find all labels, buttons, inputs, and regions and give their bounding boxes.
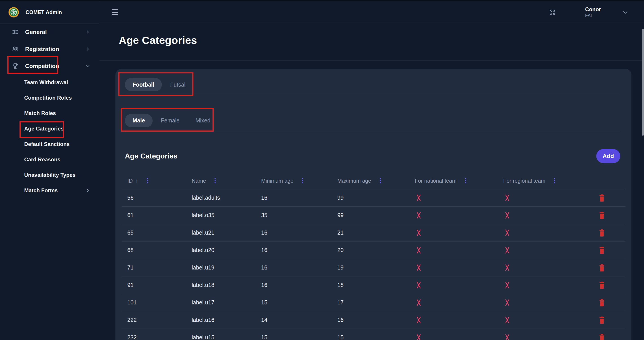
column-header-minimum-age[interactable]: Minimum age bbox=[261, 177, 337, 184]
delete-row-button[interactable] bbox=[598, 229, 605, 237]
cell-minimum-age: 16 bbox=[261, 247, 337, 253]
column-header-id[interactable]: ID ↑ bbox=[127, 177, 192, 184]
cell-maximum-age: 19 bbox=[337, 264, 415, 271]
sidebar-item-match-forms[interactable]: Match Forms bbox=[0, 183, 99, 198]
tab-male[interactable]: Male bbox=[125, 114, 153, 127]
false-x-icon bbox=[504, 212, 510, 219]
cell-name: label.u16 bbox=[192, 317, 261, 323]
cell-id: 68 bbox=[127, 247, 192, 253]
false-x-icon bbox=[504, 282, 510, 289]
delete-row-button[interactable] bbox=[598, 194, 605, 202]
tab-football[interactable]: Football bbox=[125, 78, 162, 91]
column-menu-icon[interactable] bbox=[214, 177, 216, 184]
delete-row-button[interactable] bbox=[598, 281, 605, 289]
cell-for-national-team bbox=[415, 317, 503, 324]
cell-for-regional-team bbox=[503, 282, 598, 289]
table-row[interactable]: 232 label.u15 15 15 bbox=[122, 329, 626, 340]
cell-for-national-team bbox=[415, 229, 503, 236]
column-menu-icon[interactable] bbox=[301, 177, 304, 184]
cell-name: label.u21 bbox=[192, 229, 261, 236]
table-row[interactable]: 61 label.o35 35 99 bbox=[122, 207, 626, 224]
table-row[interactable]: 68 label.u20 16 20 bbox=[122, 241, 626, 259]
sidebar-nav: General Registration bbox=[0, 23, 99, 198]
tab-female[interactable]: Female bbox=[153, 114, 187, 127]
sidebar-item-unavailability-types[interactable]: Unavailability Types bbox=[0, 167, 99, 183]
table-row[interactable]: 222 label.u16 14 16 bbox=[122, 311, 626, 329]
sidebar-subitem-label: Team Withdrawal bbox=[24, 79, 68, 86]
sidebar-subitem-label: Competition Roles bbox=[24, 95, 72, 101]
delete-row-button[interactable] bbox=[598, 211, 605, 219]
column-menu-icon[interactable] bbox=[379, 177, 382, 184]
tab-futsal[interactable]: Futsal bbox=[162, 78, 193, 91]
cell-for-national-team bbox=[415, 264, 503, 271]
sidebar-item-registration[interactable]: Registration bbox=[0, 40, 99, 57]
table-row[interactable]: 65 label.u21 16 21 bbox=[122, 224, 626, 241]
sidebar-item-label: Registration bbox=[25, 46, 85, 53]
table-row[interactable]: 56 label.adults 16 99 bbox=[122, 189, 626, 207]
sidebar-item-match-roles[interactable]: Match Roles bbox=[0, 105, 99, 121]
cell-for-regional-team bbox=[503, 229, 598, 236]
column-menu-icon[interactable] bbox=[146, 177, 149, 184]
cell-name: label.u20 bbox=[192, 247, 261, 253]
cell-maximum-age: 20 bbox=[337, 247, 415, 253]
delete-row-button[interactable] bbox=[598, 316, 605, 324]
cell-maximum-age: 21 bbox=[337, 229, 415, 236]
trash-icon bbox=[598, 334, 605, 340]
user-menu-chevron-down-icon[interactable] bbox=[622, 9, 628, 15]
column-header-for-national-team[interactable]: For national team bbox=[415, 177, 503, 184]
sidebar: COMET Admin General bbox=[0, 1, 99, 340]
sliders-icon bbox=[11, 28, 19, 36]
add-button[interactable]: Add bbox=[596, 149, 620, 163]
false-x-icon bbox=[416, 317, 422, 324]
sport-tabs: FootballFutsal bbox=[125, 78, 620, 91]
false-x-icon bbox=[504, 194, 510, 201]
false-x-icon bbox=[416, 299, 422, 306]
delete-row-button[interactable] bbox=[598, 334, 605, 340]
page-title: Age Categories bbox=[119, 34, 197, 46]
false-x-icon bbox=[504, 299, 510, 306]
column-menu-icon[interactable] bbox=[464, 177, 467, 184]
cell-for-regional-team bbox=[503, 299, 598, 306]
table-row[interactable]: 91 label.u18 16 18 bbox=[122, 276, 626, 294]
fullscreen-icon[interactable] bbox=[549, 9, 556, 16]
window-top-edge bbox=[0, 0, 644, 1]
cell-maximum-age: 99 bbox=[337, 212, 415, 218]
cell-minimum-age: 15 bbox=[261, 299, 337, 306]
delete-row-button[interactable] bbox=[598, 299, 605, 307]
cell-name: label.u15 bbox=[192, 334, 261, 340]
chevron-right-icon bbox=[85, 29, 90, 34]
sidebar-item-competition-roles[interactable]: Competition Roles bbox=[0, 90, 99, 105]
tab-mixed[interactable]: Mixed bbox=[188, 114, 218, 127]
delete-row-button[interactable] bbox=[598, 264, 605, 272]
cell-minimum-age: 16 bbox=[261, 264, 337, 271]
cell-id: 101 bbox=[127, 299, 192, 306]
cell-for-national-team bbox=[415, 334, 503, 340]
false-x-icon bbox=[416, 229, 422, 236]
page-scrollbar-thumb[interactable] bbox=[642, 29, 644, 136]
column-header-name[interactable]: Name bbox=[192, 177, 261, 184]
table-row[interactable]: 71 label.u19 16 19 bbox=[122, 259, 626, 276]
cell-minimum-age: 35 bbox=[261, 212, 337, 218]
column-menu-icon[interactable] bbox=[553, 177, 556, 184]
sidebar-item-team-withdrawal[interactable]: Team Withdrawal bbox=[0, 75, 99, 90]
divider bbox=[125, 94, 620, 94]
sidebar-item-general[interactable]: General bbox=[0, 23, 99, 40]
sidebar-item-competition[interactable]: Competition bbox=[0, 57, 99, 75]
false-x-icon bbox=[504, 334, 510, 340]
hamburger-menu-icon[interactable] bbox=[112, 9, 118, 15]
cell-for-regional-team bbox=[503, 194, 598, 201]
table-row[interactable]: 101 label.u17 15 17 bbox=[122, 294, 626, 311]
cell-minimum-age: 14 bbox=[261, 317, 337, 323]
sort-ascending-icon: ↑ bbox=[136, 177, 138, 184]
user-menu[interactable]: Conor FAI bbox=[585, 6, 601, 18]
column-header-maximum-age[interactable]: Maximum age bbox=[337, 177, 415, 184]
table-header-row: ID ↑ Name Minimum age Maximum age bbox=[122, 172, 626, 189]
delete-row-button[interactable] bbox=[598, 246, 605, 254]
column-header-for-regional-team[interactable]: For regional team bbox=[503, 177, 598, 184]
sidebar-item-age-categories[interactable]: Age Categories bbox=[0, 121, 99, 136]
sidebar-item-default-sanctions[interactable]: Default Sanctions bbox=[0, 136, 99, 152]
cell-minimum-age: 15 bbox=[261, 334, 337, 340]
cell-id: 232 bbox=[127, 334, 192, 340]
sidebar-item-card-reasons[interactable]: Card Reasons bbox=[0, 152, 99, 167]
cell-for-regional-team bbox=[503, 212, 598, 219]
